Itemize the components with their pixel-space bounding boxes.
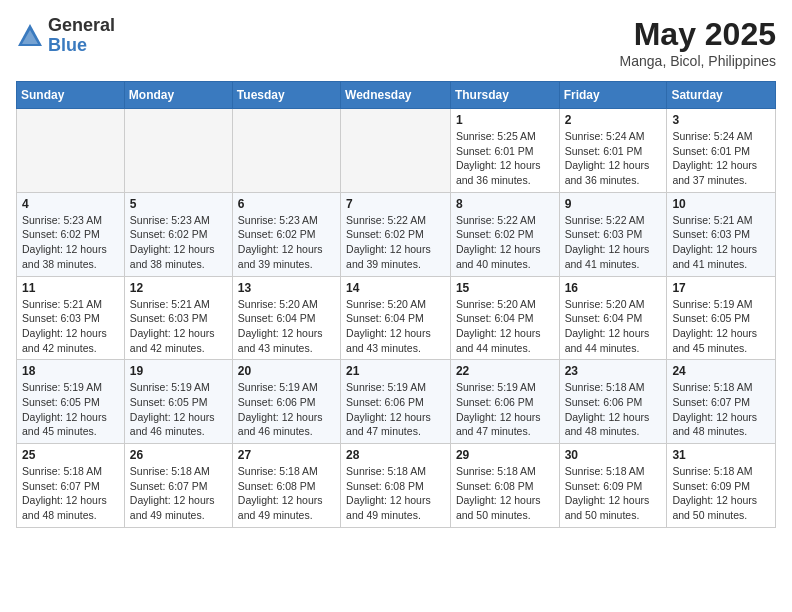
day-info: Sunrise: 5:20 AM Sunset: 6:04 PM Dayligh… <box>346 297 445 356</box>
calendar-cell <box>17 109 125 193</box>
day-info: Sunrise: 5:18 AM Sunset: 6:08 PM Dayligh… <box>456 464 554 523</box>
calendar-cell: 5Sunrise: 5:23 AM Sunset: 6:02 PM Daylig… <box>124 192 232 276</box>
day-info: Sunrise: 5:23 AM Sunset: 6:02 PM Dayligh… <box>130 213 227 272</box>
day-info: Sunrise: 5:19 AM Sunset: 6:06 PM Dayligh… <box>238 380 335 439</box>
calendar-cell: 31Sunrise: 5:18 AM Sunset: 6:09 PM Dayli… <box>667 444 776 528</box>
calendar-cell: 23Sunrise: 5:18 AM Sunset: 6:06 PM Dayli… <box>559 360 667 444</box>
day-info: Sunrise: 5:19 AM Sunset: 6:06 PM Dayligh… <box>456 380 554 439</box>
month-title: May 2025 <box>620 16 776 53</box>
calendar-cell: 13Sunrise: 5:20 AM Sunset: 6:04 PM Dayli… <box>232 276 340 360</box>
day-info: Sunrise: 5:19 AM Sunset: 6:05 PM Dayligh… <box>672 297 770 356</box>
day-number: 7 <box>346 197 445 211</box>
logo-blue-text: Blue <box>48 36 115 56</box>
calendar-header-wednesday: Wednesday <box>341 82 451 109</box>
calendar-cell: 14Sunrise: 5:20 AM Sunset: 6:04 PM Dayli… <box>341 276 451 360</box>
day-info: Sunrise: 5:22 AM Sunset: 6:03 PM Dayligh… <box>565 213 662 272</box>
day-info: Sunrise: 5:21 AM Sunset: 6:03 PM Dayligh… <box>22 297 119 356</box>
day-info: Sunrise: 5:18 AM Sunset: 6:06 PM Dayligh… <box>565 380 662 439</box>
calendar-cell: 1Sunrise: 5:25 AM Sunset: 6:01 PM Daylig… <box>450 109 559 193</box>
day-number: 19 <box>130 364 227 378</box>
calendar-week-1: 1Sunrise: 5:25 AM Sunset: 6:01 PM Daylig… <box>17 109 776 193</box>
calendar-cell: 3Sunrise: 5:24 AM Sunset: 6:01 PM Daylig… <box>667 109 776 193</box>
calendar-cell: 17Sunrise: 5:19 AM Sunset: 6:05 PM Dayli… <box>667 276 776 360</box>
calendar-cell: 10Sunrise: 5:21 AM Sunset: 6:03 PM Dayli… <box>667 192 776 276</box>
calendar-header-saturday: Saturday <box>667 82 776 109</box>
day-info: Sunrise: 5:18 AM Sunset: 6:07 PM Dayligh… <box>130 464 227 523</box>
calendar-cell: 7Sunrise: 5:22 AM Sunset: 6:02 PM Daylig… <box>341 192 451 276</box>
calendar-cell <box>124 109 232 193</box>
calendar-cell: 25Sunrise: 5:18 AM Sunset: 6:07 PM Dayli… <box>17 444 125 528</box>
calendar-week-3: 11Sunrise: 5:21 AM Sunset: 6:03 PM Dayli… <box>17 276 776 360</box>
day-number: 13 <box>238 281 335 295</box>
day-info: Sunrise: 5:24 AM Sunset: 6:01 PM Dayligh… <box>672 129 770 188</box>
calendar-cell: 11Sunrise: 5:21 AM Sunset: 6:03 PM Dayli… <box>17 276 125 360</box>
calendar-cell: 2Sunrise: 5:24 AM Sunset: 6:01 PM Daylig… <box>559 109 667 193</box>
calendar-cell: 16Sunrise: 5:20 AM Sunset: 6:04 PM Dayli… <box>559 276 667 360</box>
day-number: 8 <box>456 197 554 211</box>
day-info: Sunrise: 5:18 AM Sunset: 6:09 PM Dayligh… <box>672 464 770 523</box>
logo-text: General Blue <box>48 16 115 56</box>
calendar-header-thursday: Thursday <box>450 82 559 109</box>
day-number: 24 <box>672 364 770 378</box>
day-number: 28 <box>346 448 445 462</box>
calendar-cell: 24Sunrise: 5:18 AM Sunset: 6:07 PM Dayli… <box>667 360 776 444</box>
calendar-week-5: 25Sunrise: 5:18 AM Sunset: 6:07 PM Dayli… <box>17 444 776 528</box>
calendar-week-2: 4Sunrise: 5:23 AM Sunset: 6:02 PM Daylig… <box>17 192 776 276</box>
calendar-table: SundayMondayTuesdayWednesdayThursdayFrid… <box>16 81 776 528</box>
calendar-cell: 19Sunrise: 5:19 AM Sunset: 6:05 PM Dayli… <box>124 360 232 444</box>
calendar-cell: 27Sunrise: 5:18 AM Sunset: 6:08 PM Dayli… <box>232 444 340 528</box>
day-info: Sunrise: 5:19 AM Sunset: 6:05 PM Dayligh… <box>22 380 119 439</box>
calendar-cell: 26Sunrise: 5:18 AM Sunset: 6:07 PM Dayli… <box>124 444 232 528</box>
day-number: 11 <box>22 281 119 295</box>
day-info: Sunrise: 5:19 AM Sunset: 6:06 PM Dayligh… <box>346 380 445 439</box>
day-number: 6 <box>238 197 335 211</box>
day-number: 5 <box>130 197 227 211</box>
day-number: 23 <box>565 364 662 378</box>
day-info: Sunrise: 5:18 AM Sunset: 6:09 PM Dayligh… <box>565 464 662 523</box>
day-number: 3 <box>672 113 770 127</box>
logo: General Blue <box>16 16 115 56</box>
day-info: Sunrise: 5:24 AM Sunset: 6:01 PM Dayligh… <box>565 129 662 188</box>
calendar-cell: 9Sunrise: 5:22 AM Sunset: 6:03 PM Daylig… <box>559 192 667 276</box>
day-info: Sunrise: 5:23 AM Sunset: 6:02 PM Dayligh… <box>22 213 119 272</box>
calendar-cell: 6Sunrise: 5:23 AM Sunset: 6:02 PM Daylig… <box>232 192 340 276</box>
day-number: 31 <box>672 448 770 462</box>
calendar-cell: 20Sunrise: 5:19 AM Sunset: 6:06 PM Dayli… <box>232 360 340 444</box>
day-info: Sunrise: 5:22 AM Sunset: 6:02 PM Dayligh… <box>456 213 554 272</box>
day-number: 25 <box>22 448 119 462</box>
day-number: 2 <box>565 113 662 127</box>
day-number: 21 <box>346 364 445 378</box>
page-header: General Blue May 2025 Manga, Bicol, Phil… <box>16 16 776 69</box>
logo-general-text: General <box>48 16 115 36</box>
day-info: Sunrise: 5:20 AM Sunset: 6:04 PM Dayligh… <box>456 297 554 356</box>
day-info: Sunrise: 5:18 AM Sunset: 6:07 PM Dayligh… <box>22 464 119 523</box>
day-info: Sunrise: 5:21 AM Sunset: 6:03 PM Dayligh… <box>672 213 770 272</box>
calendar-cell: 28Sunrise: 5:18 AM Sunset: 6:08 PM Dayli… <box>341 444 451 528</box>
day-number: 4 <box>22 197 119 211</box>
day-info: Sunrise: 5:23 AM Sunset: 6:02 PM Dayligh… <box>238 213 335 272</box>
day-number: 10 <box>672 197 770 211</box>
calendar-header-sunday: Sunday <box>17 82 125 109</box>
day-info: Sunrise: 5:18 AM Sunset: 6:07 PM Dayligh… <box>672 380 770 439</box>
day-number: 18 <box>22 364 119 378</box>
calendar-header-tuesday: Tuesday <box>232 82 340 109</box>
day-info: Sunrise: 5:21 AM Sunset: 6:03 PM Dayligh… <box>130 297 227 356</box>
day-number: 14 <box>346 281 445 295</box>
day-number: 30 <box>565 448 662 462</box>
day-info: Sunrise: 5:19 AM Sunset: 6:05 PM Dayligh… <box>130 380 227 439</box>
calendar-cell: 18Sunrise: 5:19 AM Sunset: 6:05 PM Dayli… <box>17 360 125 444</box>
day-info: Sunrise: 5:22 AM Sunset: 6:02 PM Dayligh… <box>346 213 445 272</box>
calendar-header-row: SundayMondayTuesdayWednesdayThursdayFrid… <box>17 82 776 109</box>
calendar-cell: 12Sunrise: 5:21 AM Sunset: 6:03 PM Dayli… <box>124 276 232 360</box>
calendar-cell <box>341 109 451 193</box>
calendar-cell: 30Sunrise: 5:18 AM Sunset: 6:09 PM Dayli… <box>559 444 667 528</box>
calendar-cell <box>232 109 340 193</box>
calendar-cell: 21Sunrise: 5:19 AM Sunset: 6:06 PM Dayli… <box>341 360 451 444</box>
day-number: 15 <box>456 281 554 295</box>
day-number: 22 <box>456 364 554 378</box>
calendar-cell: 8Sunrise: 5:22 AM Sunset: 6:02 PM Daylig… <box>450 192 559 276</box>
day-info: Sunrise: 5:20 AM Sunset: 6:04 PM Dayligh… <box>565 297 662 356</box>
day-number: 27 <box>238 448 335 462</box>
day-number: 20 <box>238 364 335 378</box>
day-number: 1 <box>456 113 554 127</box>
